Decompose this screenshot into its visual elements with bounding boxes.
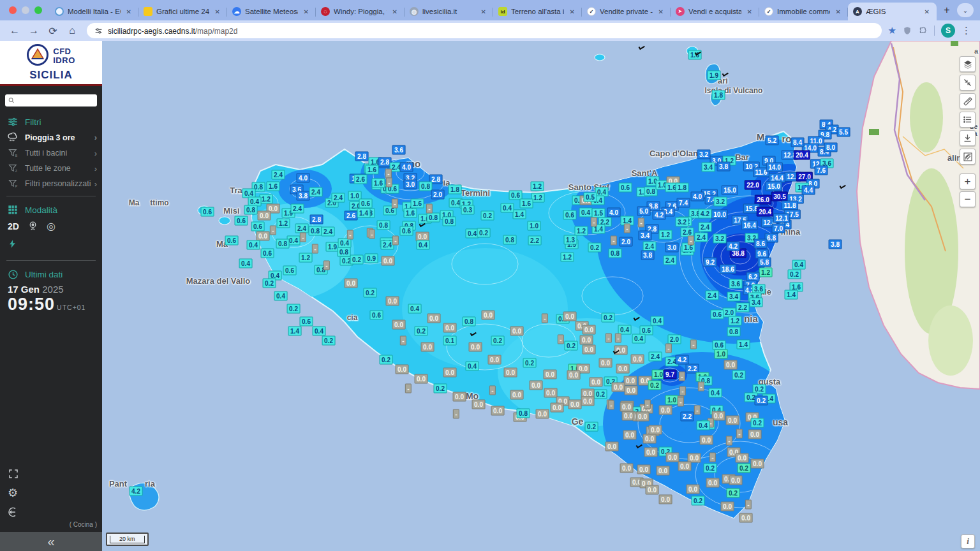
station-badge[interactable]: 22.0 [745,180,761,190]
station-badge[interactable]: - [392,199,398,209]
station-badge[interactable]: 4.0 [297,173,310,183]
station-badge[interactable]: - [426,204,433,214]
browser-tab[interactable]: AÆGIS✕ [848,3,937,20]
station-badge[interactable]: - [638,218,644,228]
tab-close-icon[interactable]: ✕ [390,8,399,16]
station-badge[interactable]: - [690,340,697,349]
station-badge[interactable]: 4.2 [676,355,689,365]
logout-button[interactable] [0,503,102,521]
station-badge[interactable]: 0.0 [616,364,630,374]
browser-tab[interactable]: Satellite Meteosat S✕ [227,3,316,20]
station-badge[interactable]: - [624,224,630,233]
station-badge[interactable]: 0.0 [649,425,662,435]
station-badge[interactable]: - [386,178,392,187]
station-badge[interactable]: 0.6 [370,311,383,320]
station-badge[interactable]: 0.0 [345,279,358,288]
station-badge[interactable]: 0.0 [583,325,596,335]
station-badge[interactable]: 0.6 [261,249,274,258]
station-badge[interactable]: 0.0 [530,381,543,390]
station-badge[interactable]: 1.0 [528,221,541,231]
station-badge[interactable]: 0.0 [644,448,658,457]
tab-close-icon[interactable]: ✕ [657,8,665,16]
download-button[interactable] [960,130,976,146]
station-badge[interactable]: - [347,230,353,240]
station-badge[interactable]: 0.1 [443,336,457,346]
station-badge[interactable]: 4.0 [400,163,413,172]
station-badge[interactable]: - [679,372,685,381]
station-badge[interactable]: 1.4 [785,290,798,300]
station-badge[interactable]: 0.0 [726,416,739,425]
station-badge[interactable]: 0.8 [503,235,517,245]
home-icon[interactable]: ⌂ [64,22,80,39]
station-badge[interactable]: 26.0 [755,195,771,205]
station-badge[interactable]: 0.8 [727,327,741,337]
station-badge[interactable]: - [678,397,684,407]
station-badge[interactable]: 3.2 [714,197,727,207]
station-badge[interactable]: 0.0 [724,360,738,370]
station-badge[interactable]: 0.0 [544,388,558,398]
station-badge[interactable]: 2.4 [332,193,345,203]
station-badge[interactable]: 0.2 [350,255,364,265]
station-badge[interactable]: 0.0 [631,355,644,364]
browser-tab[interactable]: livesicilia.it✕ [405,3,493,20]
station-badge[interactable]: 0.0 [568,400,582,409]
forward-icon[interactable]: → [26,22,42,39]
station-badge[interactable]: 1.3 [564,235,577,245]
station-badge[interactable]: 0.6 [359,199,373,209]
station-badge[interactable]: 0.0 [580,335,593,345]
station-badge[interactable]: 0.8 [276,239,290,249]
station-badge[interactable]: 0.0 [421,342,434,352]
station-badge[interactable]: 0.9 [365,254,378,263]
station-badge[interactable]: 0.0 [488,355,501,365]
fullscreen-button[interactable] [0,465,102,483]
station-badge[interactable]: 0.0 [563,312,577,321]
tab-close-icon[interactable]: ✕ [302,8,311,16]
station-badge[interactable]: 8.6 [754,239,768,249]
station-badge[interactable]: 3.2 [697,150,711,159]
station-badge[interactable]: 1.6 [267,182,280,191]
station-badge[interactable]: 1.8 [449,185,462,195]
station-badge[interactable]: 1.4 [513,210,526,219]
station-badge[interactable]: 0.4 [697,421,710,430]
station-badge[interactable]: 0.0 [646,485,659,495]
station-badge[interactable]: - [688,236,694,246]
station-badge[interactable]: 15.0 [722,186,738,195]
station-badge[interactable]: 0.0 [729,476,743,485]
station-badge[interactable]: 0.0 [583,345,596,355]
station-badge[interactable]: - [369,230,375,239]
station-badge[interactable]: 0.6 [300,317,313,327]
station-badge[interactable]: - [709,453,716,462]
station-badge[interactable]: - [453,409,459,419]
bookmark-star-icon[interactable]: ★ [888,25,896,36]
station-badge[interactable]: 0.0 [472,400,486,409]
station-badge[interactable]: - [542,314,548,323]
station-badge[interactable]: 3.0 [665,243,679,253]
sidebar-item-filtri-personalizzati[interactable]: P Filtri personalizzati › [0,176,102,191]
station-badge[interactable]: 3.8 [717,162,731,172]
station-badge[interactable]: 0.0 [427,314,441,323]
attribution-info-button[interactable]: i [961,534,975,548]
tab-close-icon[interactable]: ✕ [834,8,843,16]
station-badge[interactable]: 0.0 [637,465,651,474]
station-badge[interactable]: 0.2 [788,270,801,279]
station-badge[interactable]: - [405,384,412,393]
station-badge[interactable]: 0.0 [504,368,517,378]
station-badge[interactable]: 0.2 [364,288,377,298]
station-badge[interactable]: 2.4 [706,291,719,300]
station-badge[interactable]: 0.0 [482,311,495,320]
station-badge[interactable]: 15.0 [766,182,782,191]
station-badge[interactable]: 0.5 [584,193,597,202]
station-badge[interactable]: 1.8 [676,183,689,193]
station-badge[interactable]: 1.6 [372,179,385,188]
station-badge[interactable]: - [665,344,672,353]
tab-close-icon[interactable]: ✕ [479,8,488,16]
station-badge[interactable]: - [591,217,597,227]
address-bar[interactable]: siciliadrpc-aegis.caedns.it/map/map2d [87,23,882,38]
station-badge[interactable]: 10.0 [711,210,728,219]
station-badge[interactable]: 0.4 [501,203,514,213]
close-window-button[interactable] [9,6,17,14]
station-badge[interactable]: 1.2 [531,182,544,191]
station-badge[interactable]: 3.8 [297,191,310,201]
station-badge[interactable]: 30.5 [771,192,788,202]
search-input[interactable] [17,97,94,105]
